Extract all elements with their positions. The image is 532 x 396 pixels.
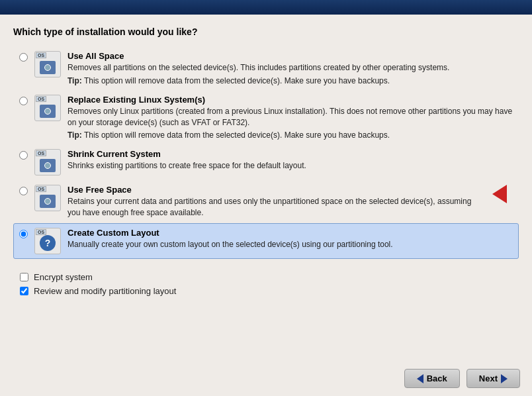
option-text-create-custom: Create Custom LayoutManually create your… [67,228,513,250]
option-text-replace-linux: Replace Existing Linux System(s)Removes … [67,95,513,140]
back-arrow-icon [417,374,423,383]
radio-use-all-space[interactable] [19,53,28,64]
red-arrow-indicator [486,185,513,203]
option-icon-use-all-space: OS [34,51,61,77]
checkboxes-area: Encrypt systemReview and modify partitio… [20,272,519,296]
option-title-create-custom: Create Custom Layout [67,228,513,238]
option-title-shrink-current: Shrink Current System [67,149,513,159]
option-desc-replace-linux: Removes only Linux partitions (created f… [67,106,513,128]
option-title-use-all-space: Use All Space [67,51,513,61]
back-label: Back [427,373,447,383]
option-row-use-free-space[interactable]: OSUse Free SpaceRetains your current dat… [13,180,519,223]
checkbox-encrypt-system[interactable] [20,273,28,281]
option-desc-use-all-space: Removes all partitions on the selected d… [67,62,513,74]
option-text-shrink-current: Shrink Current SystemShrinks existing pa… [67,149,513,172]
option-desc-create-custom: Manually create your own custom layout o… [67,239,513,250]
checkbox-label-review-partitioning: Review and modify partitioning layout [34,286,176,296]
option-icon-use-free-space: OS [34,185,61,211]
option-desc-shrink-current: Shrinks existing partitions to create fr… [67,160,513,172]
next-button[interactable]: Next [466,369,520,388]
buttons-area: Back Next [404,369,520,388]
radio-create-custom[interactable] [19,230,28,240]
checkbox-label-encrypt-system: Encrypt system [34,272,93,282]
option-title-use-free-space: Use Free Space [67,185,480,195]
radio-use-free-space[interactable] [19,187,28,197]
option-icon-create-custom: OS? [34,228,61,254]
option-tip-replace-linux: Tip: This option will remove data from t… [67,130,513,140]
option-row-shrink-current[interactable]: OSShrink Current SystemShrinks existing … [13,144,519,180]
radio-replace-linux[interactable] [19,97,28,107]
checkbox-row-review-partitioning[interactable]: Review and modify partitioning layout [20,286,519,296]
option-tip-use-all-space: Tip: This option will remove data from t… [67,76,513,85]
checkbox-review-partitioning[interactable] [20,287,28,295]
option-text-use-all-space: Use All SpaceRemoves all partitions on t… [67,51,513,85]
option-text-use-free-space: Use Free SpaceRetains your current data … [67,185,480,219]
next-arrow-icon [501,374,508,383]
back-button[interactable]: Back [404,369,460,388]
page-question: Which type of installation would you lik… [13,26,519,37]
option-row-replace-linux[interactable]: OSReplace Existing Linux System(s)Remove… [13,90,519,145]
red-arrow-icon [492,185,507,203]
option-list: OSUse All SpaceRemoves all partitions on… [13,46,519,259]
checkbox-row-encrypt-system[interactable]: Encrypt system [20,272,519,282]
option-row-create-custom[interactable]: OS?Create Custom LayoutManually create y… [13,223,519,259]
option-icon-replace-linux: OS [34,95,61,121]
option-row-use-all-space[interactable]: OSUse All SpaceRemoves all partitions on… [13,46,519,90]
option-desc-use-free-space: Retains your current data and partitions… [67,196,480,219]
option-title-replace-linux: Replace Existing Linux System(s) [67,95,513,105]
next-label: Next [479,373,498,383]
header-bar [0,0,532,15]
radio-shrink-current[interactable] [19,151,28,162]
option-icon-shrink-current: OS [34,149,61,175]
main-content: Which type of installation would you lik… [0,15,532,303]
